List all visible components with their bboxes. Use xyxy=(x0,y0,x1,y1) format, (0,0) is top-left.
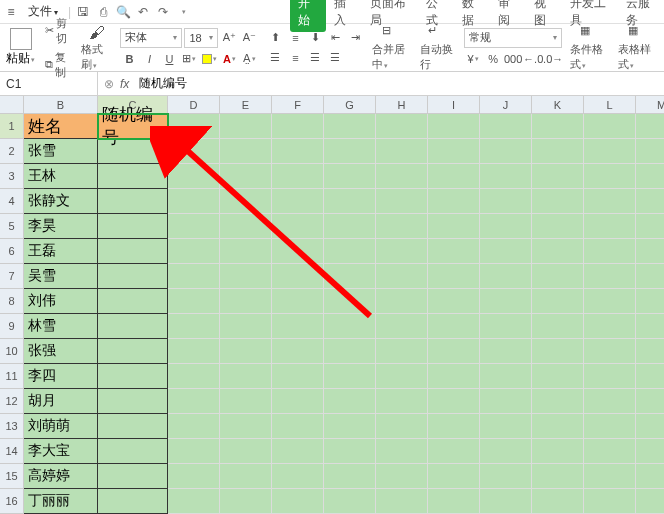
cell[interactable]: 随机编号 xyxy=(98,114,168,139)
cell[interactable] xyxy=(636,489,664,514)
row-header[interactable]: 16 xyxy=(0,489,24,514)
col-header-L[interactable]: L xyxy=(584,96,636,114)
cell[interactable] xyxy=(584,139,636,164)
cell[interactable] xyxy=(220,339,272,364)
decrease-font-icon[interactable]: A⁻ xyxy=(240,29,258,47)
cell[interactable] xyxy=(98,264,168,289)
col-header-J[interactable]: J xyxy=(480,96,532,114)
cell[interactable] xyxy=(220,414,272,439)
cell[interactable] xyxy=(98,164,168,189)
cell[interactable] xyxy=(98,489,168,514)
cell[interactable] xyxy=(376,289,428,314)
cell[interactable] xyxy=(376,389,428,414)
cell[interactable] xyxy=(584,239,636,264)
cell[interactable] xyxy=(532,339,584,364)
cell[interactable] xyxy=(428,439,480,464)
cell[interactable] xyxy=(584,339,636,364)
cell[interactable] xyxy=(272,189,324,214)
cell[interactable]: 姓名 xyxy=(24,114,98,139)
name-box[interactable]: C1 xyxy=(0,72,98,95)
cell[interactable] xyxy=(532,264,584,289)
cell[interactable] xyxy=(272,114,324,139)
cell[interactable] xyxy=(532,414,584,439)
cell[interactable] xyxy=(168,389,220,414)
cell[interactable] xyxy=(532,364,584,389)
merge-center-button[interactable]: ⊟合并居中 xyxy=(372,24,412,72)
cell[interactable] xyxy=(220,214,272,239)
border-button[interactable]: ⊞ xyxy=(180,50,198,68)
tab-insert[interactable]: 插入 xyxy=(326,0,362,32)
font-name-select[interactable]: 宋体 xyxy=(120,28,182,48)
select-all-corner[interactable] xyxy=(0,96,24,114)
cell[interactable] xyxy=(98,214,168,239)
cell[interactable] xyxy=(168,189,220,214)
cell[interactable] xyxy=(220,239,272,264)
cell[interactable] xyxy=(532,289,584,314)
cell[interactable] xyxy=(636,389,664,414)
cell[interactable] xyxy=(324,314,376,339)
cell[interactable] xyxy=(428,289,480,314)
cell[interactable] xyxy=(168,314,220,339)
cell[interactable] xyxy=(272,439,324,464)
cell[interactable] xyxy=(480,489,532,514)
cell[interactable] xyxy=(272,464,324,489)
cell[interactable] xyxy=(376,139,428,164)
row-header[interactable]: 4 xyxy=(0,189,24,214)
cell[interactable] xyxy=(480,439,532,464)
cell[interactable] xyxy=(636,214,664,239)
increase-font-icon[interactable]: A⁺ xyxy=(220,29,238,47)
cell[interactable] xyxy=(220,489,272,514)
cell[interactable] xyxy=(220,314,272,339)
cell[interactable] xyxy=(220,364,272,389)
cell[interactable] xyxy=(272,239,324,264)
cell[interactable] xyxy=(98,314,168,339)
row-header[interactable]: 2 xyxy=(0,139,24,164)
cell[interactable] xyxy=(532,389,584,414)
cell[interactable] xyxy=(376,264,428,289)
indent-inc-icon[interactable]: ⇥ xyxy=(346,29,364,47)
align-center-icon[interactable]: ≡ xyxy=(286,49,304,67)
align-right-icon[interactable]: ☰ xyxy=(306,49,324,67)
align-bottom-icon[interactable]: ⬇ xyxy=(306,29,324,47)
cell[interactable] xyxy=(636,339,664,364)
cell[interactable] xyxy=(220,189,272,214)
col-header-M[interactable]: M xyxy=(636,96,664,114)
cell[interactable] xyxy=(220,289,272,314)
cell[interactable] xyxy=(376,114,428,139)
currency-button[interactable]: ¥ xyxy=(464,50,482,68)
cell[interactable] xyxy=(168,164,220,189)
cell[interactable]: 刘伟 xyxy=(24,289,98,314)
cell[interactable] xyxy=(584,364,636,389)
cell[interactable] xyxy=(324,414,376,439)
font-color-button[interactable]: A xyxy=(220,50,238,68)
table-style-button[interactable]: ▦表格样式 xyxy=(618,24,658,72)
col-header-I[interactable]: I xyxy=(428,96,480,114)
cell[interactable] xyxy=(376,464,428,489)
cell[interactable] xyxy=(324,339,376,364)
cell[interactable] xyxy=(324,189,376,214)
row-header[interactable]: 11 xyxy=(0,364,24,389)
bold-button[interactable]: B xyxy=(120,50,138,68)
cell[interactable] xyxy=(220,439,272,464)
cond-format-button[interactable]: ▦条件格式 xyxy=(570,24,610,72)
cell[interactable] xyxy=(584,114,636,139)
cell[interactable] xyxy=(324,264,376,289)
cell[interactable] xyxy=(428,214,480,239)
cell[interactable] xyxy=(376,339,428,364)
cell[interactable]: 吴雪 xyxy=(24,264,98,289)
cell[interactable] xyxy=(636,164,664,189)
cell[interactable] xyxy=(584,439,636,464)
cell[interactable] xyxy=(428,339,480,364)
dec-decimal-button[interactable]: .0→ xyxy=(544,50,562,68)
cell[interactable] xyxy=(98,414,168,439)
row-header[interactable]: 9 xyxy=(0,314,24,339)
cell[interactable] xyxy=(272,339,324,364)
cell[interactable] xyxy=(324,389,376,414)
cell[interactable] xyxy=(168,139,220,164)
cell[interactable] xyxy=(376,489,428,514)
row-header[interactable]: 1 xyxy=(0,114,24,139)
italic-button[interactable]: I xyxy=(140,50,158,68)
cell[interactable] xyxy=(636,139,664,164)
cell[interactable] xyxy=(480,339,532,364)
row-header[interactable]: 3 xyxy=(0,164,24,189)
